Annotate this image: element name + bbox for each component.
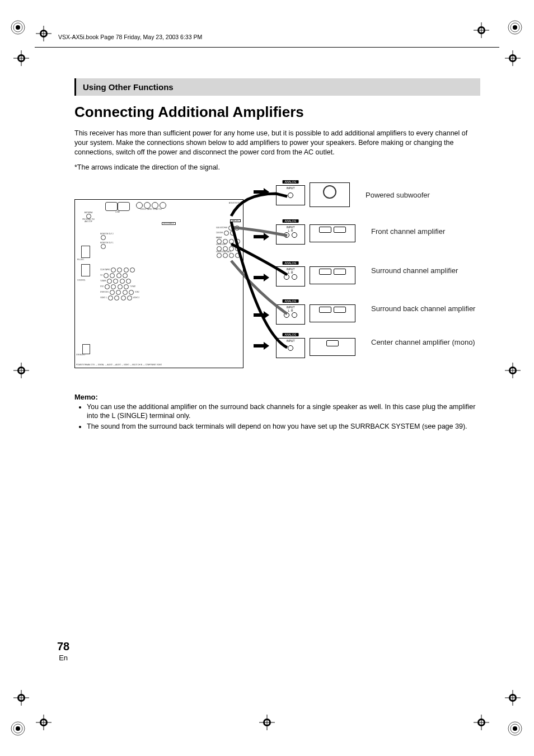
- signal-arrow-icon: [254, 274, 270, 281]
- connection-diagram: i.LINK DVD/LD TAPE1 TV/SAT OUT ANTENNA F…: [74, 182, 477, 378]
- doc-info: VSX-AX5i.book Page 78 Friday, May 23, 20…: [58, 34, 202, 40]
- svg-point-2: [16, 25, 20, 30]
- svg-point-40: [16, 726, 20, 731]
- crosshair-icon: [13, 690, 29, 706]
- panel-label-antenna: ANTENNA: [85, 212, 92, 214]
- memo-item: The sound from the surround back termina…: [87, 422, 480, 431]
- center-input-box: ANALOG INPUT: [276, 338, 305, 358]
- crosshair-icon: [13, 50, 29, 66]
- print-mark-icon: [507, 721, 523, 736]
- label-subwoofer: Powered subwoofer: [366, 191, 430, 200]
- crosshair-icon: [36, 715, 51, 730]
- crosshair-icon: [505, 363, 521, 378]
- print-mark-icon: [10, 721, 26, 736]
- subwoofer-input-box: ANALOG INPUT: [276, 185, 305, 205]
- memo-list: You can use the additional amplifier on …: [74, 402, 480, 432]
- panel-label-ilink: i.LINK: [101, 212, 134, 214]
- center-amp-box: [310, 338, 355, 356]
- crosshair-icon: [13, 363, 29, 378]
- signal-arrow-icon: [254, 342, 270, 350]
- print-mark-icon: [507, 20, 523, 35]
- memo-heading: Memo:: [74, 393, 480, 401]
- page-lang: En: [57, 654, 69, 662]
- page-heading: Connecting Additional Amplifiers: [74, 104, 480, 121]
- label-front-amp: Front channel amplifier: [371, 227, 445, 236]
- label-surround-back-amp: Surround back channel amplifier: [371, 304, 475, 313]
- signal-arrow-icon: [254, 311, 270, 319]
- section-title-bar: Using Other Functions: [74, 78, 480, 96]
- intro-paragraph: This receiver has more than sufficient p…: [74, 129, 480, 157]
- print-mark-icon: [10, 20, 26, 35]
- signal-arrow-icon: [254, 233, 270, 241]
- svg-point-13: [513, 25, 517, 30]
- front-amp-box: [310, 224, 355, 242]
- surround-back-amp-box: [310, 304, 355, 322]
- subwoofer-box: [310, 182, 350, 207]
- crosshair-icon: [505, 690, 521, 706]
- label-surround-amp: Surround channel amplifier: [371, 266, 458, 275]
- page-number: 78 En: [57, 640, 69, 662]
- label-center-amp: Center channel amplifier (mono): [371, 338, 475, 347]
- front-input-box: ANALOG INPUT L R: [276, 224, 305, 245]
- crosshair-icon: [505, 50, 521, 66]
- crosshair-icon: [259, 715, 275, 730]
- crosshair-icon: [474, 715, 489, 730]
- svg-point-55: [513, 726, 517, 731]
- document-header: VSX-AX5i.book Page 78 Friday, May 23, 20…: [35, 28, 499, 48]
- receiver-rear-panel: i.LINK DVD/LD TAPE1 TV/SAT OUT ANTENNA F…: [74, 199, 243, 368]
- surround-back-input-box: ANALOG INPUT L R: [276, 304, 305, 325]
- surround-amp-box: [310, 266, 355, 284]
- arrow-note: *The arrows indicate the direction of th…: [74, 163, 480, 172]
- memo-item: You can use the additional amplifier on …: [87, 402, 480, 421]
- signal-arrow-icon: [254, 188, 270, 196]
- surround-input-box: ANALOG INPUT L R: [276, 266, 305, 287]
